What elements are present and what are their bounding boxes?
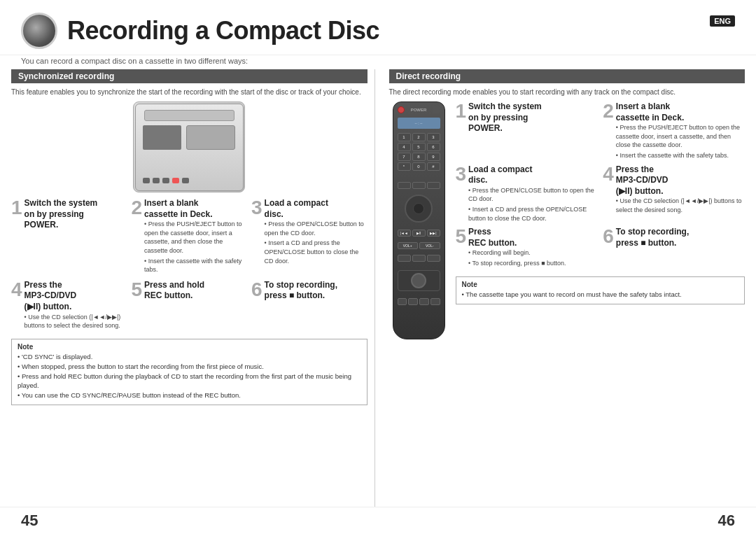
right-steps-row-1: 1 Switch the system on by pressing POWER… — [456, 101, 746, 162]
note-title-left: Note — [18, 343, 361, 351]
right-step-2-title: Insert a blank cassette in Deck. — [616, 101, 745, 123]
right-step-1-num: 1 — [456, 101, 467, 121]
remote-f2 — [412, 182, 426, 189]
remote-f3 — [427, 182, 440, 189]
main-content: Synchronized recording This feature enab… — [0, 69, 756, 507]
right-step-5-b1: Recording will begin. — [468, 248, 597, 258]
right-step-4-bullets: Use the CD selection (|◄◄/▶▶|) buttons t… — [616, 197, 745, 214]
step-6-num: 6 — [251, 280, 262, 300]
right-step-5: 5 Press REC button. Recording will begin… — [456, 227, 598, 269]
right-step-2-content: Insert a blank cassette in Deck. Press t… — [616, 101, 745, 162]
step-3-bullets: Press the OPEN/CLOSE button to open the … — [265, 220, 368, 265]
remote-func-row — [398, 182, 440, 189]
step-4-bullet-1: Use the CD selection (|◄◄/▶▶|) buttons t… — [24, 313, 127, 330]
step-1-num: 1 — [11, 198, 22, 218]
device-ctrl-btn2 — [153, 178, 160, 183]
step-3-left: 3 Load a compact disc. Press the OPEN/CL… — [251, 198, 368, 276]
remote-display: -- : -- — [398, 118, 440, 129]
remote-nav-ring — [405, 195, 433, 223]
remote-power-btn — [398, 106, 405, 113]
step-6-title: To stop recording, press ■ button. — [265, 280, 368, 302]
remote-top-row: POWER — [398, 106, 440, 113]
right-step-2-b2: Insert the cassette with the safety tabs… — [616, 151, 745, 160]
remote-bottom-btns — [398, 298, 440, 305]
note-item-0: 'CD SYNC' is displayed. — [18, 353, 361, 361]
device-display — [143, 125, 181, 150]
page-num-right: 46 — [718, 512, 735, 530]
device-cd-area — [186, 125, 235, 150]
remote-bottom-3 — [419, 298, 429, 305]
header-left: Recording a Compact Disc — [21, 13, 379, 49]
step-4-num: 4 — [11, 280, 22, 300]
right-step-6: 6 To stop recording, press ■ button. — [603, 227, 745, 269]
eng-badge: ENG — [710, 15, 735, 27]
step-6-content: To stop recording, press ■ button. — [265, 280, 368, 302]
remote-key-9: 9 — [427, 153, 440, 161]
remote-prev: |◄◄ — [398, 230, 411, 237]
step-3-title: Load a compact disc. — [265, 198, 368, 220]
step-1-content: Switch the system on by pressing POWER. — [24, 198, 127, 231]
note-item-2: Press and hold REC button during the pla… — [18, 372, 361, 390]
device-ctrl-btn3 — [162, 178, 169, 183]
step-3-content: Load a compact disc. Press the OPEN/CLOS… — [265, 198, 368, 267]
step-5-content: Press and hold REC button. — [144, 280, 247, 302]
right-step-3-bullets: Press the OPEN/CLOSE button to open the … — [468, 186, 597, 223]
note-title-right: Note — [462, 281, 739, 288]
step-3-inline: 3 Load a compact disc. Press the OPEN/CL… — [251, 198, 368, 267]
step-3-num: 3 — [251, 198, 262, 218]
step-4-bullets: Use the CD selection (|◄◄/▶▶|) buttons t… — [24, 313, 127, 330]
remote-container: POWER -- : -- 1 2 3 4 5 — [389, 101, 746, 507]
right-note-item-0: The cassette tape you want to record on … — [462, 290, 739, 299]
step-2-bullet-2: Insert the cassette with the safety tabs… — [144, 257, 247, 274]
remote-key-3: 3 — [427, 133, 440, 141]
right-step-1: 1 Switch the system on by pressing POWER… — [456, 101, 598, 162]
step-5-title: Press and hold REC button. — [144, 280, 247, 302]
remote-func-btn — [433, 106, 440, 113]
remote-vol-controls: VOL+ VOL- — [398, 242, 440, 249]
direct-recording-header: Direct recording — [389, 69, 746, 83]
right-step-4-b1: Use the CD selection (|◄◄/▶▶|) buttons t… — [616, 197, 745, 214]
note-bullets-right: The cassette tape you want to record on … — [462, 290, 739, 299]
remote-key-6: 6 — [427, 143, 440, 151]
step-1-inline: 1 Switch the system on by pressing POWER… — [11, 198, 127, 231]
right-step-6-num: 6 — [603, 227, 614, 246]
page-subtitle: You can record a compact disc on a casse… — [0, 55, 756, 69]
step-6-left: 6 To stop recording, press ■ button. — [251, 280, 368, 332]
right-step-1-inline: 1 Switch the system on by pressing POWER… — [456, 101, 598, 134]
left-panel: Synchronized recording This feature enab… — [11, 69, 375, 507]
step-4-content: Press the MP3-CD/DVD (▶II) button. Use t… — [24, 280, 127, 332]
device-ctrl-btn4 — [172, 178, 179, 183]
remote-extra-1 — [398, 255, 411, 262]
right-step-2-inline: 2 Insert a blank cassette in Deck. Press… — [603, 101, 745, 162]
speaker-icon — [21, 13, 57, 49]
right-step-5-num: 5 — [456, 227, 467, 246]
remote-disc-visual — [411, 273, 426, 288]
remote-disc-area — [398, 270, 440, 291]
remote-display-text: -- : -- — [415, 121, 423, 125]
right-steps-row-3: 5 Press REC button. Recording will begin… — [456, 227, 746, 269]
synchronized-recording-desc: This feature enables you to synchronize … — [11, 87, 368, 97]
step-2-title: Insert a blank cassette in Deck. — [144, 198, 247, 220]
right-step-3-title: Load a compact disc. — [468, 164, 597, 186]
step-2-left: 2 Insert a blank cassette in Deck. Press… — [132, 198, 248, 276]
step-2-content: Insert a blank cassette in Deck. Press t… — [144, 198, 247, 276]
right-step-3-b1: Press the OPEN/CLOSE button to open the … — [468, 186, 597, 204]
step-2-bullet-1: Press the PUSH/EJECT button to open the … — [144, 220, 247, 255]
right-step-5-title: Press REC button. — [468, 227, 597, 248]
remote-key-hash: # — [427, 162, 440, 171]
remote-key-8: 8 — [412, 153, 426, 161]
remote-numpad: 1 2 3 4 5 6 7 8 9 * 0 # — [398, 133, 440, 171]
remote-f1 — [398, 182, 411, 189]
steps-row-2: 4 Press the MP3-CD/DVD (▶II) button. Use… — [11, 280, 368, 332]
direct-recording-desc: The direct recording mode enables you to… — [389, 87, 746, 97]
step-4-title: Press the MP3-CD/DVD (▶II) button. — [24, 280, 127, 313]
right-step-4: 4 Press the MP3-CD/DVD (▶II) button. Use… — [603, 164, 745, 225]
step-3-bullet-1: Press the OPEN/CLOSE button to open the … — [265, 220, 368, 237]
step-1-title: Switch the system on by pressing POWER. — [24, 198, 127, 231]
remote-body: POWER -- : -- 1 2 3 4 5 — [393, 101, 445, 339]
remote-key-5: 5 — [412, 143, 426, 151]
right-step-6-title: To stop recording, press ■ button. — [616, 227, 745, 248]
device-ctrl-btn — [143, 178, 150, 183]
right-step-4-num: 4 — [603, 164, 614, 184]
right-step-3-content: Load a compact disc. Press the OPEN/CLOS… — [468, 164, 597, 225]
